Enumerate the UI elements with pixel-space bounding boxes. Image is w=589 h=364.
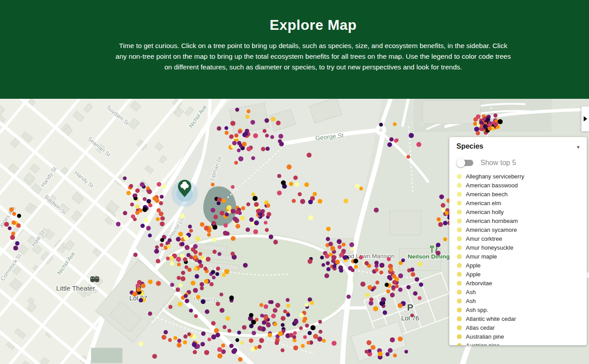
tree-dot[interactable] [254, 202, 259, 207]
legend-item[interactable]: Amur corktree [456, 234, 581, 243]
tree-dot[interactable] [313, 334, 318, 339]
tree-dot[interactable] [264, 315, 268, 320]
tree-dot[interactable] [307, 341, 310, 344]
tree-dot[interactable] [305, 303, 309, 307]
tree-dot[interactable] [136, 283, 140, 287]
tree-dot[interactable] [326, 226, 331, 231]
tree-dot[interactable] [8, 226, 12, 231]
tree-dot[interactable] [326, 237, 330, 241]
tree-dot[interactable] [214, 215, 218, 219]
tree-dot[interactable] [443, 221, 448, 225]
tree-dot[interactable] [264, 221, 267, 224]
tree-dot[interactable] [441, 203, 445, 207]
legend-item[interactable]: Apple [456, 270, 581, 279]
tree-dot[interactable] [12, 212, 16, 216]
tree-dot[interactable] [234, 133, 238, 138]
tree-dot[interactable] [369, 298, 373, 302]
sidebar-expand-button[interactable] [581, 106, 589, 132]
tree-dot[interactable] [303, 336, 307, 339]
tree-dot[interactable] [387, 142, 392, 147]
tree-dot[interactable] [217, 126, 221, 131]
tree-dot[interactable] [216, 302, 220, 306]
tree-dot[interactable] [249, 313, 254, 317]
tree-dot[interactable] [281, 348, 285, 352]
tree-dot[interactable] [231, 349, 236, 354]
tree-dot[interactable] [343, 255, 347, 260]
tree-dot[interactable] [199, 263, 203, 268]
tree-dot[interactable] [338, 245, 342, 249]
tree-dot[interactable] [283, 309, 287, 313]
tree-dot[interactable] [204, 226, 209, 231]
tree-dot[interactable] [211, 270, 215, 275]
tree-dot[interactable] [410, 267, 414, 271]
tree-dot[interactable] [347, 295, 351, 299]
tree-dot[interactable] [317, 336, 322, 341]
tree-dot[interactable] [157, 208, 161, 212]
tree-dot[interactable] [246, 115, 250, 119]
tree-dot[interactable] [331, 341, 336, 346]
tree-dot[interactable] [301, 344, 305, 348]
tree-dot[interactable] [234, 161, 238, 165]
legend-item[interactable]: American hornbeam [456, 216, 581, 225]
tree-dot[interactable] [129, 184, 133, 188]
tree-dot[interactable] [319, 330, 323, 334]
tree-dot[interactable] [176, 237, 181, 242]
tree-dot[interactable] [140, 182, 145, 187]
tree-dot[interactable] [389, 268, 393, 272]
tree-dot[interactable] [166, 256, 170, 260]
tree-dot[interactable] [212, 238, 217, 242]
tree-dot[interactable] [387, 275, 391, 279]
tree-dot[interactable] [231, 236, 236, 241]
tree-dot[interactable] [180, 214, 185, 218]
tree-dot[interactable] [185, 245, 190, 250]
tree-dot[interactable] [258, 326, 262, 331]
tree-dot[interactable] [289, 333, 294, 337]
tree-dot[interactable] [418, 262, 423, 267]
tree-dot[interactable] [141, 283, 145, 288]
tree-dot[interactable] [170, 283, 174, 287]
tree-dot[interactable] [177, 339, 181, 343]
tree-dot[interactable] [242, 325, 246, 329]
tree-dot[interactable] [359, 187, 363, 190]
tree-dot[interactable] [212, 275, 215, 279]
tree-dot[interactable] [265, 133, 269, 138]
tree-dot[interactable] [225, 126, 229, 130]
tree-dot[interactable] [160, 238, 164, 242]
tree-dot[interactable] [365, 293, 370, 297]
tree-dot[interactable] [259, 303, 263, 307]
tree-dot[interactable] [275, 303, 280, 308]
tree-dot[interactable] [177, 263, 181, 266]
tree-dot[interactable] [398, 303, 403, 308]
tree-dot[interactable] [184, 294, 188, 298]
tree-dot[interactable] [271, 117, 276, 121]
tree-dot[interactable] [131, 214, 135, 219]
tree-dot[interactable] [252, 331, 256, 335]
tree-dot[interactable] [230, 251, 234, 255]
tree-dot[interactable] [413, 291, 418, 296]
tree-dot[interactable] [259, 338, 264, 343]
tree-dot[interactable] [292, 199, 296, 203]
tree-dot[interactable] [185, 265, 188, 269]
tree-dot[interactable] [294, 182, 299, 187]
tree-dot[interactable] [250, 347, 255, 352]
tree-dot[interactable] [474, 127, 479, 132]
tree-dot[interactable] [144, 218, 149, 222]
tree-dot[interactable] [229, 344, 234, 348]
legend-item[interactable]: Austrian pine [456, 341, 581, 345]
tree-dot[interactable] [254, 220, 259, 225]
tree-dot[interactable] [436, 251, 440, 255]
tree-dot[interactable] [253, 196, 258, 201]
tree-dot[interactable] [157, 182, 161, 186]
tree-dot[interactable] [200, 222, 204, 226]
tree-dot[interactable] [243, 263, 248, 268]
tree-dot[interactable] [244, 131, 248, 136]
tree-dot[interactable] [395, 284, 399, 288]
tree-dot[interactable] [441, 208, 445, 212]
tree-dot[interactable] [281, 323, 285, 327]
tree-dot[interactable] [353, 259, 358, 263]
tree-dot[interactable] [207, 338, 211, 341]
tree-dot[interactable] [294, 320, 299, 324]
tree-dot[interactable] [235, 210, 239, 214]
tree-dot[interactable] [146, 186, 149, 190]
tree-dot[interactable] [390, 293, 395, 298]
